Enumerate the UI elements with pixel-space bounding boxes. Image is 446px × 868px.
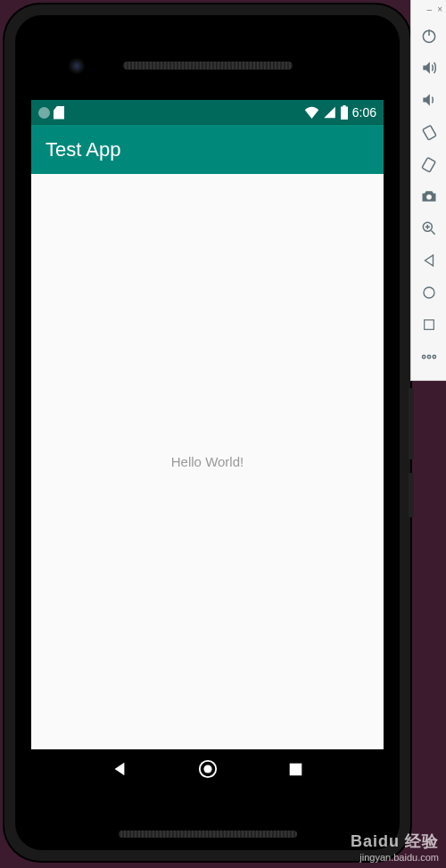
emulator-volume-up-button[interactable]	[414, 52, 444, 84]
svg-rect-6	[421, 157, 434, 172]
rotate-right-icon	[420, 155, 438, 173]
svg-point-15	[427, 355, 430, 358]
phone-inner-bezel: 6:06 Test App Hello World!	[15, 15, 400, 850]
emulator-rotate-left-button[interactable]	[414, 116, 444, 148]
nav-back-button[interactable]	[112, 761, 128, 781]
status-time: 6:06	[352, 105, 376, 120]
sd-card-icon	[54, 106, 64, 120]
svg-rect-13	[424, 320, 434, 330]
phone-volume-button	[409, 473, 414, 517]
status-bar-left	[38, 106, 64, 120]
svg-line-9	[431, 231, 434, 235]
phone-device-frame: 6:06 Test App Hello World!	[4, 4, 410, 861]
camera-icon	[420, 187, 438, 205]
watermark-url: jingyan.baidu.com	[351, 852, 439, 864]
emulator-screenshot-button[interactable]	[414, 180, 444, 212]
emulator-control-sidebar: – ×	[410, 0, 446, 381]
svg-rect-2	[290, 763, 302, 775]
rotate-left-icon	[420, 123, 438, 141]
app-content-area: Hello World!	[31, 174, 384, 749]
svg-point-7	[426, 194, 432, 200]
volume-up-icon	[420, 59, 438, 77]
status-bar-right: 6:06	[304, 105, 376, 120]
emulator-volume-down-button[interactable]	[414, 84, 444, 116]
app-title: Test App	[45, 138, 120, 161]
emulator-home-button[interactable]	[414, 277, 444, 309]
emulator-more-button[interactable]	[414, 341, 444, 373]
emulator-overview-button[interactable]	[414, 309, 444, 341]
phone-power-button	[409, 388, 414, 459]
emulator-zoom-button[interactable]	[414, 212, 444, 244]
front-camera	[69, 58, 85, 74]
android-status-bar[interactable]: 6:06	[31, 100, 384, 125]
svg-point-16	[433, 355, 435, 358]
circle-icon	[421, 285, 437, 301]
nav-overview-button[interactable]	[288, 762, 303, 781]
window-minimize-button[interactable]: –	[427, 4, 433, 14]
earpiece-speaker	[123, 62, 293, 70]
emulator-power-button[interactable]	[414, 20, 444, 52]
svg-rect-5	[422, 125, 435, 140]
app-action-bar: Test App	[31, 125, 384, 174]
emulator-back-button[interactable]	[414, 244, 444, 277]
bottom-speaker	[119, 831, 297, 838]
emulator-rotate-right-button[interactable]	[414, 148, 444, 180]
square-icon	[422, 318, 436, 332]
power-icon	[420, 27, 438, 45]
watermark: Baidu 经验 jingyan.baidu.com	[351, 832, 439, 864]
android-navigation-bar	[31, 749, 384, 792]
zoom-icon	[420, 219, 438, 237]
more-dots-icon	[420, 348, 438, 366]
emulator-window-controls: – ×	[411, 2, 446, 20]
cellular-signal-icon	[323, 106, 336, 119]
volume-down-icon	[420, 91, 438, 109]
wifi-icon	[304, 106, 319, 119]
back-triangle-icon	[421, 252, 437, 269]
nav-home-button[interactable]	[198, 759, 218, 782]
device-screen: 6:06 Test App Hello World!	[31, 100, 384, 792]
watermark-brand: Baidu 经验	[351, 832, 439, 852]
svg-point-14	[422, 355, 425, 358]
svg-point-1	[203, 765, 211, 773]
window-close-button[interactable]: ×	[437, 4, 442, 14]
hello-world-text: Hello World!	[171, 454, 244, 469]
status-badge-icon	[38, 107, 50, 119]
battery-icon	[340, 105, 349, 120]
svg-point-12	[424, 287, 434, 298]
